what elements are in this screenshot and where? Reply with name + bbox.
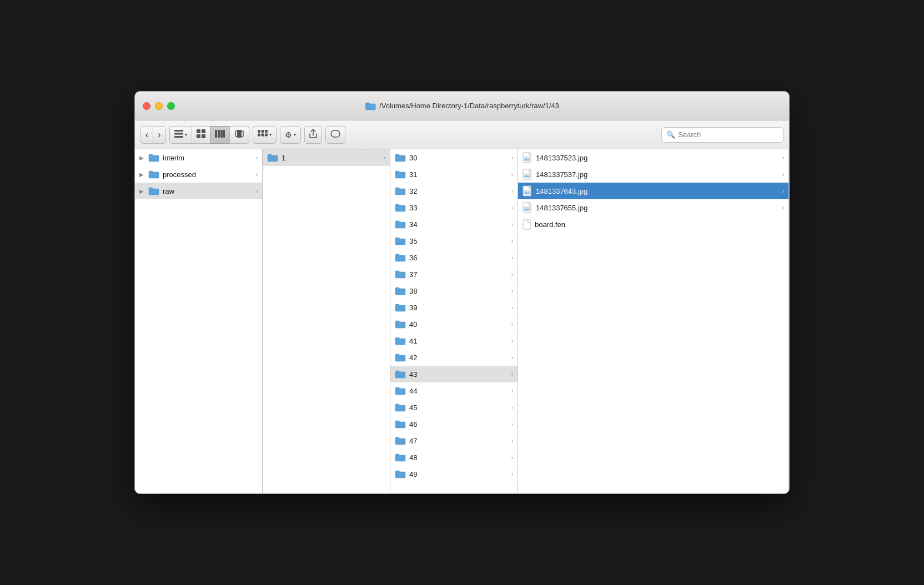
- folder-icon: [395, 220, 406, 229]
- chevron-right-icon: ›: [511, 221, 513, 228]
- folder-icon: [395, 270, 406, 279]
- item-name: 45: [409, 404, 417, 412]
- item-name: 1481337537.jpg: [536, 170, 587, 179]
- folder-icon: [395, 153, 406, 162]
- titlebar: /Volumes/Home Directory-1/Data/raspberry…: [135, 92, 789, 120]
- list-item[interactable]: 1481337537.jpg ›: [518, 166, 789, 183]
- column-4: 1481337523.jpg › 1481337537.jpg › 148133…: [518, 149, 789, 493]
- list-item[interactable]: 42 ›: [390, 349, 518, 366]
- list-icon: [174, 130, 183, 139]
- list-item[interactable]: board.fen: [518, 216, 789, 233]
- list-item[interactable]: 41 ›: [390, 332, 518, 349]
- gallery-dropdown-icon: ▾: [269, 132, 272, 137]
- view-cover-button[interactable]: [229, 126, 249, 144]
- column-1: ▶ interim › ▶ processed › ▶ r: [135, 149, 263, 493]
- traffic-lights: [143, 102, 175, 110]
- view-columns-button[interactable]: [210, 126, 229, 144]
- list-item[interactable]: 36 ›: [390, 249, 518, 266]
- svg-point-35: [525, 208, 526, 209]
- close-button[interactable]: [143, 102, 150, 110]
- svg-rect-12: [237, 130, 242, 138]
- icons-icon: [197, 129, 205, 140]
- list-item[interactable]: 32 ›: [390, 183, 518, 199]
- chevron-right-icon: ›: [511, 205, 513, 211]
- list-item[interactable]: 47 ›: [390, 432, 518, 449]
- forward-button[interactable]: ›: [153, 126, 165, 144]
- list-item[interactable]: 1 ›: [263, 149, 390, 166]
- list-item[interactable]: 37 ›: [390, 266, 518, 283]
- chevron-right-icon: ›: [511, 405, 513, 411]
- folder-icon: [395, 203, 406, 212]
- list-item[interactable]: 46 ›: [390, 416, 518, 432]
- item-name: 47: [409, 437, 417, 445]
- back-button[interactable]: ‹: [140, 126, 153, 144]
- list-item[interactable]: 1481337523.jpg ›: [518, 149, 789, 166]
- chevron-right-icon: ›: [511, 355, 513, 361]
- item-name: processed: [163, 170, 196, 179]
- item-name: 39: [409, 304, 417, 312]
- view-list-button[interactable]: ▾: [169, 126, 192, 144]
- column-3: 30 › 31 › 32 › 33 › 34 › 35 › 36: [390, 149, 518, 493]
- chevron-right-icon: ›: [511, 172, 513, 178]
- list-item[interactable]: 44 ›: [390, 382, 518, 399]
- svg-rect-36: [523, 220, 531, 229]
- item-name: 33: [409, 204, 417, 212]
- list-item[interactable]: 30 ›: [390, 149, 518, 166]
- item-name: 37: [409, 270, 417, 279]
- list-item[interactable]: 49 ›: [390, 466, 518, 482]
- list-item[interactable]: 34 ›: [390, 216, 518, 233]
- search-box[interactable]: 🔍: [661, 127, 784, 143]
- tag-button[interactable]: [325, 126, 345, 144]
- list-item[interactable]: ▶ raw ›: [135, 183, 262, 199]
- item-name: 35: [409, 237, 417, 245]
- folder-icon: [395, 286, 406, 295]
- list-item[interactable]: 35 ›: [390, 233, 518, 249]
- list-item[interactable]: 31 ›: [390, 166, 518, 183]
- list-item[interactable]: ▶ interim ›: [135, 149, 262, 166]
- list-item[interactable]: 40 ›: [390, 316, 518, 332]
- item-name: 1: [282, 154, 285, 162]
- folder-icon: [148, 153, 159, 162]
- item-name: 44: [409, 387, 417, 395]
- list-item[interactable]: 1481337643.jpg ›: [518, 183, 789, 199]
- forward-icon: ›: [158, 130, 160, 140]
- svg-rect-0: [174, 130, 183, 132]
- list-item[interactable]: ▶ processed ›: [135, 166, 262, 183]
- svg-rect-1: [174, 133, 183, 135]
- image-file-icon: [523, 169, 533, 180]
- list-item[interactable]: 43 ›: [390, 366, 518, 382]
- folder-icon: [395, 336, 406, 345]
- folder-icon: [395, 470, 406, 478]
- folder-icon: [395, 453, 406, 462]
- folder-icon: [395, 370, 406, 379]
- chevron-right-icon: ›: [384, 155, 385, 161]
- list-item[interactable]: 38 ›: [390, 283, 518, 299]
- list-item[interactable]: 39 ›: [390, 299, 518, 316]
- chevron-right-icon: ›: [511, 155, 513, 161]
- view-buttons: ▾: [169, 126, 249, 144]
- view-gallery-button[interactable]: ▾: [253, 126, 277, 144]
- chevron-right-icon: ›: [511, 188, 513, 194]
- share-button[interactable]: [304, 126, 322, 144]
- item-name: 41: [409, 337, 417, 345]
- folder-icon: [395, 386, 406, 395]
- folder-icon: [395, 420, 406, 428]
- search-input[interactable]: [678, 130, 779, 139]
- minimize-button[interactable]: [155, 102, 163, 110]
- chevron-right-icon: ›: [511, 305, 513, 311]
- settings-button[interactable]: ⚙ ▾: [280, 126, 301, 144]
- view-icons-button[interactable]: [192, 126, 210, 144]
- list-dropdown-icon: ▾: [185, 132, 187, 137]
- list-item[interactable]: 33 ›: [390, 199, 518, 216]
- columns-icon: [215, 130, 225, 139]
- item-name: raw: [163, 187, 174, 195]
- list-item[interactable]: 48 ›: [390, 449, 518, 466]
- folder-icon: [267, 153, 278, 162]
- svg-rect-14: [261, 130, 264, 133]
- svg-point-27: [525, 174, 526, 176]
- list-item[interactable]: 45 ›: [390, 399, 518, 416]
- item-name: 30: [409, 154, 417, 162]
- chevron-right-icon: ›: [782, 155, 784, 161]
- list-item[interactable]: 1481337655.jpg ›: [518, 199, 789, 216]
- maximize-button[interactable]: [167, 102, 175, 110]
